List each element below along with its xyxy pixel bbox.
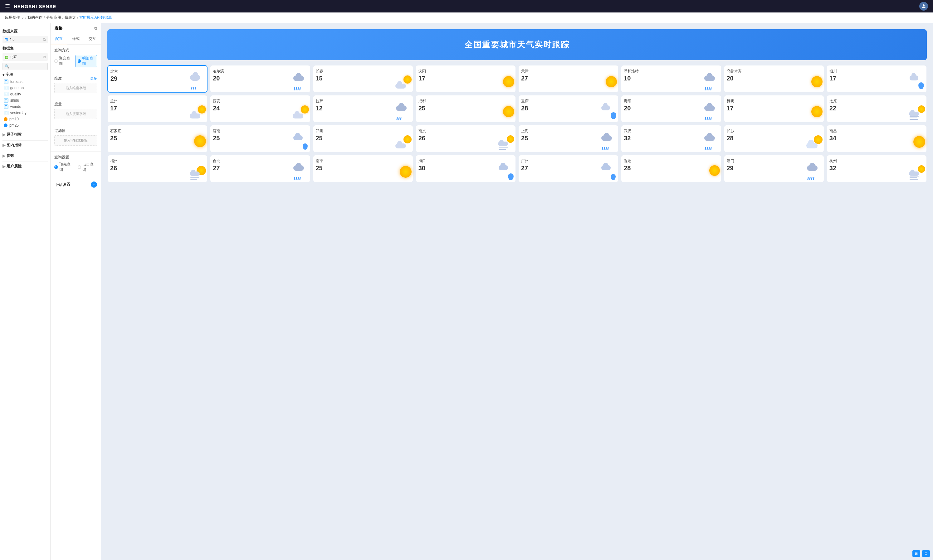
bc-app-creation[interactable]: 应用创作	[5, 15, 20, 20]
city-card-wuhan[interactable]: 武汉 32	[621, 125, 721, 152]
field-wendu[interactable]: T wendu	[3, 103, 48, 110]
radio-pre-query[interactable]: 预先查询	[54, 162, 74, 172]
more-link[interactable]: 更多	[90, 76, 97, 81]
fields-toggle[interactable]: ▾ 字段	[3, 72, 48, 77]
field-search-input[interactable]	[11, 64, 51, 69]
config-panel-title: 表格	[54, 26, 62, 31]
measure-section: 度量 拖入度量字段	[51, 99, 101, 125]
table-icon: ▦	[5, 55, 8, 60]
city-card-nanning[interactable]: 南宁 25	[313, 155, 413, 182]
city-card-fuzhou[interactable]: 福州 26	[107, 155, 208, 182]
dimension-label: 维度 更多	[54, 76, 97, 81]
city-card-nanchang[interactable]: 南昌 34	[827, 125, 927, 152]
field-forecast[interactable]: T forecast	[3, 78, 48, 85]
bc-dashboard[interactable]: 仪表盘	[65, 15, 76, 20]
city-card-tianjin[interactable]: 天津 27	[518, 65, 618, 92]
city-card-shenyang[interactable]: 沈阳 17	[416, 65, 516, 92]
user-avatar[interactable]	[919, 2, 928, 11]
city-card-changsha[interactable]: 长沙 28	[724, 125, 824, 152]
radio-detail[interactable]: 明细查询	[76, 55, 97, 67]
city-card-zhengzhou[interactable]: 郑州 25	[313, 125, 413, 152]
city-card-hangzhou[interactable]: 杭州 32	[827, 155, 927, 182]
city-card-hongkong[interactable]: 香港 28	[621, 155, 721, 182]
city-card-lhasa[interactable]: 拉萨 12	[313, 95, 413, 123]
bc-analysis-app[interactable]: 分析应用	[46, 15, 61, 20]
drill-section: 下钻设置 +	[51, 178, 101, 191]
internal-indicators-label: 图内指标	[6, 143, 22, 148]
radio-aggregate[interactable]: 聚合查询	[54, 55, 72, 67]
fields-section: ▾ 字段 T forecast T ganmao T quality T shi…	[3, 72, 48, 128]
config-copy-icon[interactable]: ⧉	[94, 26, 97, 31]
tab-interact[interactable]: 交互	[84, 34, 101, 44]
datasource-label: 数据来源	[3, 29, 48, 34]
arrow-right-icon3: ▶	[3, 154, 5, 158]
city-card-xian[interactable]: 西安 24	[210, 95, 310, 123]
city-card-guangzhou[interactable]: 广州 27	[518, 155, 618, 182]
bottom-btn-1[interactable]: ⊞	[912, 550, 920, 557]
arrow-right-icon2: ▶	[3, 143, 5, 148]
breadcrumb: 应用创作 ∨ / 我的创作 / 分析应用 / 仪表盘 / 实时展示API数据源	[0, 12, 933, 23]
field-search-row[interactable]: 🔍 +	[3, 63, 48, 70]
city-card-harbin[interactable]: 哈尔滨 20	[210, 65, 310, 92]
city-card-kunming[interactable]: 昆明 17	[724, 95, 824, 123]
city-card-taiyuan[interactable]: 太原 22	[827, 95, 927, 123]
config-panel-header: 表格 ⧉	[51, 23, 101, 34]
filter-section: 过滤器 拖入字段或指标	[51, 125, 101, 151]
city-card-macau[interactable]: 澳门 29	[724, 155, 824, 182]
radio-dot-pre	[54, 165, 58, 169]
city-card-beijing[interactable]: 北京 29	[107, 65, 208, 92]
bottom-btn-2[interactable]: ⊡	[922, 550, 930, 557]
city-card-changchun[interactable]: 长春 15	[313, 65, 413, 92]
city-grid: 北京 29 哈尔滨	[107, 65, 927, 182]
drill-add-button[interactable]: +	[91, 182, 97, 188]
city-card-chengdu[interactable]: 成都 25	[416, 95, 516, 123]
city-card-jinan[interactable]: 济南 25	[210, 125, 310, 152]
bc-my-creation[interactable]: 我的创作	[28, 15, 42, 20]
dataset-copy-icon[interactable]: ⧉	[43, 55, 46, 59]
city-card-guiyang[interactable]: 贵阳 20	[621, 95, 721, 123]
datasource-copy-icon[interactable]: ⧉	[43, 37, 46, 42]
field-pm10[interactable]: pm10	[3, 116, 48, 122]
city-card-hohhot[interactable]: 呼和浩特 10	[621, 65, 721, 92]
field-shidu[interactable]: T shidu	[3, 97, 48, 103]
radio-click-query[interactable]: 点击查询	[78, 162, 97, 172]
dataset-row[interactable]: ▦ 北京 ⧉	[3, 53, 48, 61]
filter-label: 过滤器	[54, 128, 97, 134]
city-card-lanzhou[interactable]: 兰州 17	[107, 95, 208, 123]
main-content: 全国重要城市天气实时跟踪 北京 29	[101, 23, 933, 560]
dimension-drop-zone[interactable]: 拖入维度字段	[54, 83, 97, 93]
drill-label: 下钻设置	[54, 182, 71, 188]
parameters-section[interactable]: ▶ 参数	[3, 151, 48, 160]
field-ganmao[interactable]: T ganmao	[3, 85, 48, 91]
city-card-haikou[interactable]: 海口 30	[416, 155, 516, 182]
city-card-shanghai[interactable]: 上海 25	[518, 125, 618, 152]
fields-label-text: 字段	[6, 72, 13, 77]
internal-indicators-section[interactable]: ▶ 图内指标	[3, 140, 48, 150]
city-card-taipei[interactable]: 台北 27	[210, 155, 310, 182]
city-card-shijiazhuang[interactable]: 石家庄 25	[107, 125, 208, 152]
city-card-chongqing[interactable]: 重庆 28	[518, 95, 618, 123]
filter-drop-zone[interactable]: 拖入字段或指标	[54, 135, 97, 146]
radio-dot-click	[78, 165, 82, 169]
datasource-row[interactable]: ⊞ 4.5 ⧉	[3, 36, 48, 43]
aggregate-label: 聚合查询	[59, 56, 72, 66]
atomic-indicators-section[interactable]: ▶ 原子指标	[3, 130, 48, 139]
city-card-yinchuan[interactable]: 银川 17	[827, 65, 927, 92]
brand-title: HENGSHI SENSE	[14, 4, 56, 9]
city-card-urumqi[interactable]: 乌鲁木齐 20	[724, 65, 824, 92]
field-pm25[interactable]: pm25	[3, 122, 48, 128]
query-method-radio-group: 聚合查询 明细查询	[54, 55, 97, 67]
menu-icon[interactable]: ☰	[5, 3, 10, 10]
config-panel: 表格 ⧉ 配置 样式 交互 查询方式 聚合查询 明细查询	[51, 23, 101, 560]
field-yesterday[interactable]: T yesterday	[3, 110, 48, 116]
search-icon: 🔍	[5, 64, 9, 69]
tab-config[interactable]: 配置	[51, 34, 68, 44]
svg-point-0	[923, 5, 925, 6]
arrow-right-icon: ▶	[3, 132, 5, 137]
tab-style[interactable]: 样式	[68, 34, 84, 44]
measure-drop-zone[interactable]: 拖入度量字段	[54, 109, 97, 119]
field-quality[interactable]: T quality	[3, 91, 48, 97]
query-settings-section: 查询设置 预先查询 点击查询	[51, 151, 101, 178]
user-attributes-section[interactable]: ▶ 用户属性	[3, 162, 48, 171]
city-card-nanjing[interactable]: 南京 26	[416, 125, 516, 152]
